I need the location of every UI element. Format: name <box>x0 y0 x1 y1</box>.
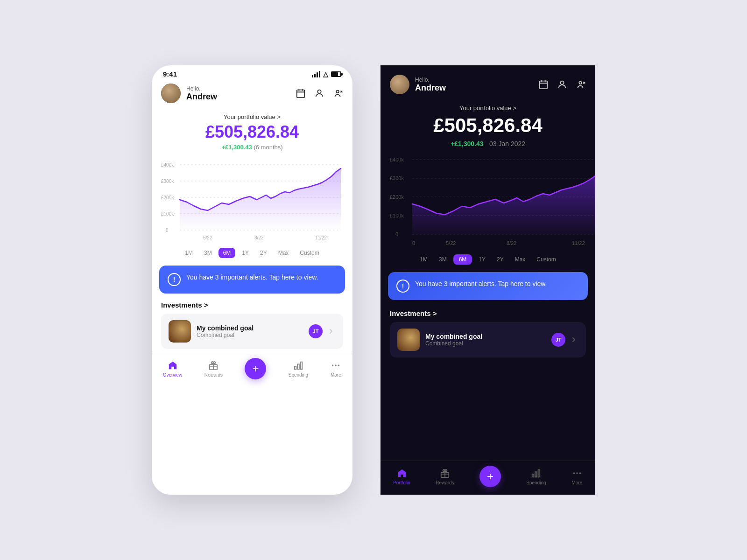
nav-rewards[interactable]: Rewards <box>204 360 223 378</box>
dark-chart-icon <box>530 468 542 479</box>
users-off-icon[interactable] <box>333 88 343 98</box>
dark-greeting-name: Andrew <box>415 83 533 93</box>
calendar-icon[interactable] <box>296 88 306 98</box>
dark-calendar-icon[interactable] <box>538 79 549 90</box>
battery-icon <box>331 71 341 77</box>
svg-text:£300k: £300k <box>390 175 404 181</box>
svg-text:11/22: 11/22 <box>315 235 327 240</box>
nav-rewards-label: Rewards <box>204 372 223 378</box>
dark-nav-more[interactable]: More <box>571 468 583 485</box>
svg-rect-22 <box>295 366 296 369</box>
greeting-name: Andrew <box>186 92 290 102</box>
chevron-right-icon[interactable] <box>326 327 336 336</box>
dark-greeting-hello: Hello, <box>415 77 533 83</box>
dark-add-button[interactable]: + <box>479 466 501 487</box>
portfolio-period: (6 months) <box>254 144 282 151</box>
svg-point-55 <box>576 472 578 474</box>
nav-spending[interactable]: Spending <box>289 360 308 378</box>
add-button[interactable]: + <box>245 358 266 379</box>
dark-filter-custom[interactable]: Custom <box>532 254 560 265</box>
alert-banner[interactable]: ! You have 3 important alerts. Tap here … <box>159 266 345 294</box>
portfolio-section: Your portfolio value > £505,826.84 +£1,3… <box>152 109 352 151</box>
dark-jt-badge: JT <box>551 333 565 347</box>
dark-nav-add[interactable]: + <box>479 466 501 487</box>
chart-icon <box>293 360 304 371</box>
status-time: 9:41 <box>163 70 177 78</box>
time-filters: 1M 3M 6M 1Y 2Y Max Custom <box>152 244 352 262</box>
dark-investment-card[interactable]: My combined goal Combined goal JT <box>390 322 586 357</box>
svg-rect-0 <box>297 90 305 98</box>
dark-nav-portfolio[interactable]: Portfolio <box>393 468 410 485</box>
svg-text:£400k: £400k <box>161 162 174 168</box>
investment-card[interactable]: My combined goal Combined goal JT <box>161 314 343 349</box>
svg-point-27 <box>338 364 340 366</box>
svg-text:5/22: 5/22 <box>203 235 212 240</box>
nav-overview[interactable]: Overview <box>163 360 183 378</box>
svg-point-56 <box>579 472 581 474</box>
svg-text:£400k: £400k <box>390 157 404 162</box>
dark-nav-more-label: More <box>571 480 582 485</box>
dark-filter-2y[interactable]: 2Y <box>492 254 508 265</box>
dark-filter-6m[interactable]: 6M <box>453 254 472 265</box>
filter-max[interactable]: Max <box>274 248 294 258</box>
filter-1y[interactable]: 1Y <box>237 248 254 258</box>
more-icon <box>330 360 341 371</box>
greeting-hello: Hello, <box>186 85 290 92</box>
dark-alert-icon: ! <box>396 280 409 293</box>
dark-filter-1y[interactable]: 1Y <box>474 254 490 265</box>
dark-alert-banner[interactable]: ! You have 3 important alerts. Tap here … <box>388 272 588 300</box>
dark-portfolio-value: £505,826.84 <box>390 114 586 137</box>
dark-investments-title[interactable]: Investments > <box>390 309 586 317</box>
dark-filter-3m[interactable]: 3M <box>434 254 451 265</box>
filter-3m[interactable]: 3M <box>199 248 217 258</box>
svg-text:0: 0 <box>166 228 169 233</box>
user-icon[interactable] <box>314 88 324 98</box>
svg-text:0: 0 <box>412 240 415 246</box>
svg-text:£200k: £200k <box>390 194 404 200</box>
app-header: Hello, Andrew <box>152 80 352 109</box>
investments-title[interactable]: Investments > <box>161 301 343 309</box>
filter-2y[interactable]: 2Y <box>255 248 272 258</box>
filter-1m[interactable]: 1M <box>180 248 197 258</box>
dark-investment-actions: JT <box>551 333 578 347</box>
dark-chart-container: £400k £300k £200k £100k 0 0 5/22 8/22 11… <box>381 148 595 251</box>
svg-text:0: 0 <box>395 231 398 237</box>
dark-portfolio-change-row: +£1,300.43 03 Jan 2022 <box>390 140 586 148</box>
filter-6m[interactable]: 6M <box>218 248 236 258</box>
dark-users-off-icon[interactable] <box>576 79 586 90</box>
dark-user-icon[interactable] <box>557 79 567 90</box>
svg-text:5/22: 5/22 <box>446 240 456 246</box>
filter-custom[interactable]: Custom <box>295 248 324 258</box>
dark-nav-rewards[interactable]: Rewards <box>436 468 454 485</box>
dark-chevron-right-icon[interactable] <box>569 335 578 344</box>
dark-home-icon <box>396 468 408 479</box>
investment-name: My combined goal <box>197 324 303 332</box>
nav-add[interactable]: + <box>245 358 266 379</box>
svg-text:£100k: £100k <box>161 211 174 217</box>
dark-portfolio-link[interactable]: Your portfolio value > <box>390 105 586 112</box>
dark-investment-thumb <box>397 329 420 351</box>
dark-filter-1m[interactable]: 1M <box>415 254 432 265</box>
dark-nav-spending[interactable]: Spending <box>526 468 546 485</box>
investments-section: Investments > My combined goal Combined … <box>152 297 352 353</box>
svg-text:£200k: £200k <box>161 195 174 200</box>
svg-text:£300k: £300k <box>161 179 174 184</box>
portfolio-link[interactable]: Your portfolio value > <box>161 113 343 120</box>
chart-container: £400k £300k £200k £100k 0 5/22 8/22 11/2… <box>152 151 352 244</box>
alert-icon: ! <box>168 273 181 286</box>
svg-rect-52 <box>536 472 537 477</box>
greeting: Hello, Andrew <box>186 85 290 102</box>
bottom-nav: Overview Rewards + Spending More <box>152 353 352 387</box>
header-icons <box>296 88 343 98</box>
svg-rect-51 <box>532 474 534 477</box>
dark-header-icons <box>538 79 586 90</box>
svg-rect-24 <box>300 362 302 370</box>
dark-gift-icon <box>439 468 451 479</box>
investment-actions: JT <box>309 324 336 338</box>
svg-point-25 <box>332 364 334 366</box>
dark-avatar <box>390 75 409 94</box>
nav-more[interactable]: More <box>330 360 341 378</box>
dark-nav-portfolio-label: Portfolio <box>393 480 410 485</box>
dark-filter-max[interactable]: Max <box>510 254 530 265</box>
dark-bottom-nav: Portfolio Rewards + Spending More <box>381 461 595 495</box>
